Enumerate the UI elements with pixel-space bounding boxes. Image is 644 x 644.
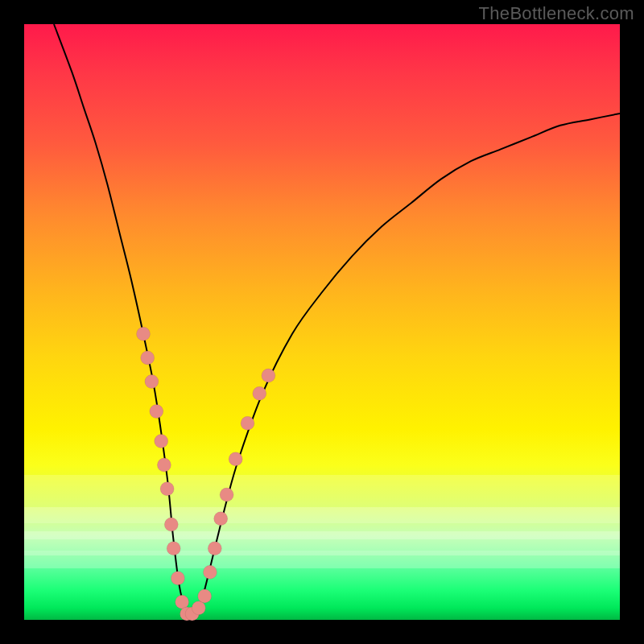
chart-frame: TheBottleneck.com: [0, 0, 644, 644]
data-point: [198, 589, 212, 603]
data-point: [171, 572, 184, 585]
data-point: [155, 435, 168, 448]
data-point: [208, 542, 221, 555]
data-point: [229, 452, 242, 466]
data-point: [214, 512, 228, 526]
watermark-text: TheBottleneck.com: [479, 3, 634, 24]
data-point: [262, 369, 275, 382]
bottleneck-curve: [54, 24, 620, 614]
data-point: [192, 601, 205, 615]
data-point: [164, 518, 178, 531]
data-point: [145, 375, 159, 389]
data-point: [203, 565, 217, 579]
plot-area: [24, 24, 620, 620]
data-point: [175, 595, 189, 609]
data-point: [160, 482, 174, 496]
data-point: [253, 386, 266, 400]
data-point: [141, 351, 155, 365]
data-point: [150, 405, 163, 419]
data-point: [220, 488, 233, 502]
data-point: [157, 458, 171, 472]
curve-layer: [24, 24, 620, 620]
data-point: [241, 416, 254, 430]
data-point: [137, 327, 151, 341]
highlighted-points: [137, 327, 275, 621]
data-point: [167, 542, 180, 555]
